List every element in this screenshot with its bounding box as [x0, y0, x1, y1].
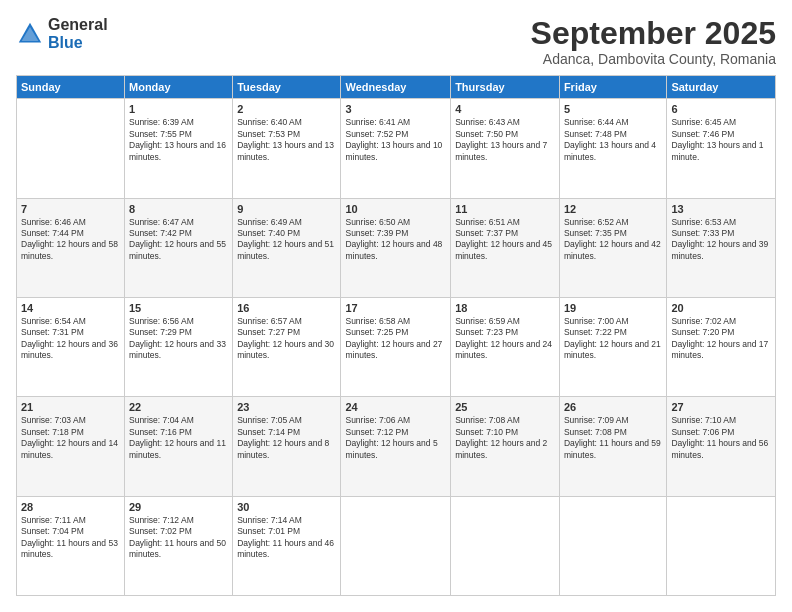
calendar-week-row: 14Sunrise: 6:54 AMSunset: 7:31 PMDayligh… — [17, 297, 776, 396]
sunset-text: Sunset: 7:35 PM — [564, 228, 662, 239]
sunrise-text: Sunrise: 7:06 AM — [345, 415, 446, 426]
table-row: 7Sunrise: 6:46 AMSunset: 7:44 PMDaylight… — [17, 198, 125, 297]
cell-info: Sunrise: 6:58 AMSunset: 7:25 PMDaylight:… — [345, 316, 446, 362]
sunset-text: Sunset: 7:42 PM — [129, 228, 228, 239]
sunrise-text: Sunrise: 6:50 AM — [345, 217, 446, 228]
sunset-text: Sunset: 7:06 PM — [671, 427, 771, 438]
daylight-text: Daylight: 12 hours and 58 minutes. — [21, 239, 120, 262]
table-row: 1Sunrise: 6:39 AMSunset: 7:55 PMDaylight… — [125, 99, 233, 198]
logo-icon — [16, 20, 44, 48]
col-saturday: Saturday — [667, 76, 776, 99]
header: General Blue September 2025 Adanca, Damb… — [16, 16, 776, 67]
cell-date: 30 — [237, 501, 336, 513]
cell-info: Sunrise: 7:12 AMSunset: 7:02 PMDaylight:… — [129, 515, 228, 561]
table-row: 30Sunrise: 7:14 AMSunset: 7:01 PMDayligh… — [233, 496, 341, 595]
cell-info: Sunrise: 6:46 AMSunset: 7:44 PMDaylight:… — [21, 217, 120, 263]
cell-date: 11 — [455, 203, 555, 215]
cell-date: 16 — [237, 302, 336, 314]
daylight-text: Daylight: 12 hours and 2 minutes. — [455, 438, 555, 461]
cell-info: Sunrise: 6:59 AMSunset: 7:23 PMDaylight:… — [455, 316, 555, 362]
title-block: September 2025 Adanca, Dambovita County,… — [531, 16, 776, 67]
cell-info: Sunrise: 6:53 AMSunset: 7:33 PMDaylight:… — [671, 217, 771, 263]
table-row: 17Sunrise: 6:58 AMSunset: 7:25 PMDayligh… — [341, 297, 451, 396]
sunrise-text: Sunrise: 7:11 AM — [21, 515, 120, 526]
table-row — [559, 496, 666, 595]
logo: General Blue — [16, 16, 108, 51]
sunset-text: Sunset: 7:33 PM — [671, 228, 771, 239]
table-row: 5Sunrise: 6:44 AMSunset: 7:48 PMDaylight… — [559, 99, 666, 198]
cell-date: 20 — [671, 302, 771, 314]
sunset-text: Sunset: 7:04 PM — [21, 526, 120, 537]
cell-info: Sunrise: 6:50 AMSunset: 7:39 PMDaylight:… — [345, 217, 446, 263]
table-row — [341, 496, 451, 595]
daylight-text: Daylight: 12 hours and 5 minutes. — [345, 438, 446, 461]
sunset-text: Sunset: 7:27 PM — [237, 327, 336, 338]
sunrise-text: Sunrise: 6:52 AM — [564, 217, 662, 228]
cell-date: 13 — [671, 203, 771, 215]
cell-info: Sunrise: 7:06 AMSunset: 7:12 PMDaylight:… — [345, 415, 446, 461]
calendar-week-row: 21Sunrise: 7:03 AMSunset: 7:18 PMDayligh… — [17, 397, 776, 496]
table-row — [667, 496, 776, 595]
sunset-text: Sunset: 7:10 PM — [455, 427, 555, 438]
col-tuesday: Tuesday — [233, 76, 341, 99]
sunrise-text: Sunrise: 6:44 AM — [564, 117, 662, 128]
daylight-text: Daylight: 12 hours and 55 minutes. — [129, 239, 228, 262]
daylight-text: Daylight: 12 hours and 17 minutes. — [671, 339, 771, 362]
sunrise-text: Sunrise: 6:47 AM — [129, 217, 228, 228]
table-row: 21Sunrise: 7:03 AMSunset: 7:18 PMDayligh… — [17, 397, 125, 496]
cell-info: Sunrise: 7:00 AMSunset: 7:22 PMDaylight:… — [564, 316, 662, 362]
sunrise-text: Sunrise: 7:14 AM — [237, 515, 336, 526]
cell-info: Sunrise: 6:43 AMSunset: 7:50 PMDaylight:… — [455, 117, 555, 163]
daylight-text: Daylight: 13 hours and 16 minutes. — [129, 140, 228, 163]
calendar-table: Sunday Monday Tuesday Wednesday Thursday… — [16, 75, 776, 596]
daylight-text: Daylight: 11 hours and 46 minutes. — [237, 538, 336, 561]
table-row: 27Sunrise: 7:10 AMSunset: 7:06 PMDayligh… — [667, 397, 776, 496]
sunset-text: Sunset: 7:20 PM — [671, 327, 771, 338]
calendar-header-row: Sunday Monday Tuesday Wednesday Thursday… — [17, 76, 776, 99]
cell-info: Sunrise: 6:51 AMSunset: 7:37 PMDaylight:… — [455, 217, 555, 263]
sunrise-text: Sunrise: 6:39 AM — [129, 117, 228, 128]
cell-info: Sunrise: 6:54 AMSunset: 7:31 PMDaylight:… — [21, 316, 120, 362]
daylight-text: Daylight: 11 hours and 59 minutes. — [564, 438, 662, 461]
cell-info: Sunrise: 6:44 AMSunset: 7:48 PMDaylight:… — [564, 117, 662, 163]
col-wednesday: Wednesday — [341, 76, 451, 99]
sunrise-text: Sunrise: 6:46 AM — [21, 217, 120, 228]
calendar-week-row: 1Sunrise: 6:39 AMSunset: 7:55 PMDaylight… — [17, 99, 776, 198]
table-row: 23Sunrise: 7:05 AMSunset: 7:14 PMDayligh… — [233, 397, 341, 496]
sunset-text: Sunset: 7:01 PM — [237, 526, 336, 537]
daylight-text: Daylight: 12 hours and 51 minutes. — [237, 239, 336, 262]
cell-date: 22 — [129, 401, 228, 413]
table-row: 18Sunrise: 6:59 AMSunset: 7:23 PMDayligh… — [451, 297, 560, 396]
cell-info: Sunrise: 7:03 AMSunset: 7:18 PMDaylight:… — [21, 415, 120, 461]
sunrise-text: Sunrise: 7:05 AM — [237, 415, 336, 426]
daylight-text: Daylight: 13 hours and 13 minutes. — [237, 140, 336, 163]
cell-date: 12 — [564, 203, 662, 215]
sunrise-text: Sunrise: 6:54 AM — [21, 316, 120, 327]
cell-info: Sunrise: 6:57 AMSunset: 7:27 PMDaylight:… — [237, 316, 336, 362]
cell-info: Sunrise: 7:10 AMSunset: 7:06 PMDaylight:… — [671, 415, 771, 461]
sunset-text: Sunset: 7:25 PM — [345, 327, 446, 338]
cell-date: 6 — [671, 103, 771, 115]
sunrise-text: Sunrise: 6:58 AM — [345, 316, 446, 327]
sunset-text: Sunset: 7:50 PM — [455, 129, 555, 140]
cell-date: 19 — [564, 302, 662, 314]
table-row: 20Sunrise: 7:02 AMSunset: 7:20 PMDayligh… — [667, 297, 776, 396]
cell-info: Sunrise: 7:05 AMSunset: 7:14 PMDaylight:… — [237, 415, 336, 461]
sunset-text: Sunset: 7:52 PM — [345, 129, 446, 140]
cell-date: 3 — [345, 103, 446, 115]
table-row: 3Sunrise: 6:41 AMSunset: 7:52 PMDaylight… — [341, 99, 451, 198]
table-row: 22Sunrise: 7:04 AMSunset: 7:16 PMDayligh… — [125, 397, 233, 496]
calendar-week-row: 28Sunrise: 7:11 AMSunset: 7:04 PMDayligh… — [17, 496, 776, 595]
table-row — [451, 496, 560, 595]
sunset-text: Sunset: 7:39 PM — [345, 228, 446, 239]
sunrise-text: Sunrise: 7:09 AM — [564, 415, 662, 426]
sunrise-text: Sunrise: 6:43 AM — [455, 117, 555, 128]
daylight-text: Daylight: 12 hours and 24 minutes. — [455, 339, 555, 362]
sunrise-text: Sunrise: 7:03 AM — [21, 415, 120, 426]
cell-info: Sunrise: 6:39 AMSunset: 7:55 PMDaylight:… — [129, 117, 228, 163]
sunrise-text: Sunrise: 7:08 AM — [455, 415, 555, 426]
cell-info: Sunrise: 6:56 AMSunset: 7:29 PMDaylight:… — [129, 316, 228, 362]
sunset-text: Sunset: 7:37 PM — [455, 228, 555, 239]
table-row: 12Sunrise: 6:52 AMSunset: 7:35 PMDayligh… — [559, 198, 666, 297]
sunset-text: Sunset: 7:14 PM — [237, 427, 336, 438]
